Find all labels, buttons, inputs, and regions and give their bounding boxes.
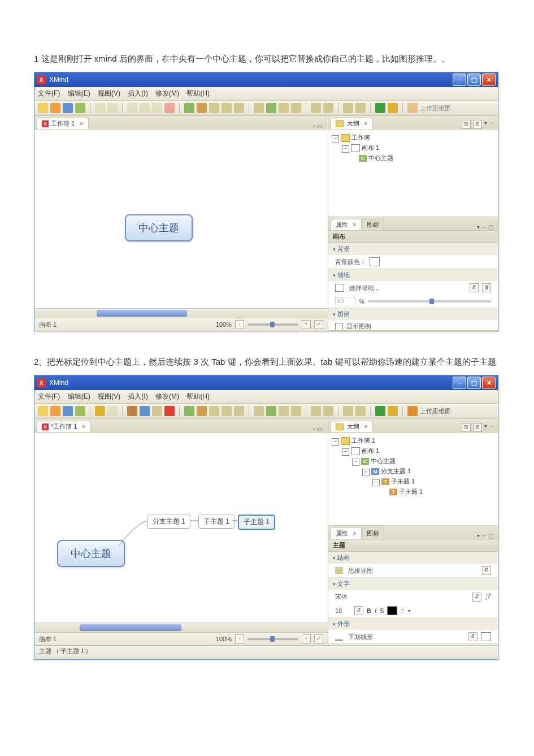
upload-label[interactable]: 上传思维图: [420, 407, 451, 416]
tree-workbook[interactable]: 工作簿: [351, 134, 370, 141]
collapse-all-button[interactable]: ⊟: [462, 423, 471, 432]
wallpaper-delete-button[interactable]: 🗑: [482, 283, 491, 292]
tree-sub2[interactable]: 子主题 1: [399, 488, 423, 495]
shape-value[interactable]: 下划线形: [348, 633, 465, 641]
upload-icon[interactable]: [407, 103, 418, 113]
undo-icon[interactable]: [95, 406, 105, 416]
menu-file[interactable]: 文件(F): [38, 392, 60, 400]
workbook-tab[interactable]: X 工作簿 1 ✕: [37, 118, 89, 129]
scrollbar-thumb[interactable]: [80, 624, 181, 631]
section-text[interactable]: 文字: [328, 578, 498, 590]
save-icon[interactable]: [63, 103, 73, 113]
titlebar[interactable]: X XMind ─ ▢ ✕: [34, 375, 498, 390]
outline-tab-close-icon[interactable]: ✕: [363, 424, 368, 430]
expand-all-button[interactable]: ⊞: [473, 120, 482, 129]
tree-branch[interactable]: 分支主题 1: [381, 468, 411, 474]
zoom-in-button[interactable]: +: [302, 320, 311, 329]
print-icon[interactable]: [75, 406, 85, 416]
panel-min-icon[interactable]: ─: [489, 423, 493, 432]
expand-all-button[interactable]: ⊞: [473, 423, 482, 432]
font-color-swatch[interactable]: [387, 606, 397, 615]
wallpaper-options-button[interactable]: ⇵: [470, 283, 479, 292]
tree-central[interactable]: 中心主题: [371, 457, 396, 464]
menu-edit[interactable]: 编辑(E): [68, 392, 90, 400]
outline-tab[interactable]: 大纲 ✕: [331, 421, 373, 432]
panel-min-icon[interactable]: ─: [482, 533, 486, 539]
bold-button[interactable]: B: [367, 607, 371, 614]
tree-toggle[interactable]: −: [372, 479, 380, 486]
tree-toggle[interactable]: −: [342, 448, 349, 456]
tree-sheet[interactable]: 画布 1: [362, 447, 379, 454]
outline-tab-close-icon[interactable]: ✕: [363, 120, 368, 127]
zoom-slider[interactable]: [248, 638, 298, 640]
paste-icon[interactable]: [152, 406, 162, 416]
tab-close-icon[interactable]: ✕: [79, 120, 84, 127]
nav-up-icon[interactable]: [388, 406, 398, 416]
section-wallpaper[interactable]: 墙纸: [328, 269, 498, 281]
italic-button[interactable]: I: [375, 607, 376, 614]
menu-view[interactable]: 视图(V): [98, 89, 120, 97]
mindmap-canvas[interactable]: 中心主题: [34, 129, 328, 308]
tab-max-icon[interactable]: ▭: [317, 426, 322, 432]
panel-max-icon[interactable]: ▢: [488, 224, 493, 230]
collapse-all-button[interactable]: ⊟: [462, 120, 471, 129]
select-wallpaper-button[interactable]: 选择墙纸...: [349, 284, 466, 292]
tree-toggle[interactable]: −: [342, 145, 349, 153]
topic-icon[interactable]: [184, 103, 194, 113]
opacity-slider-thumb[interactable]: [429, 299, 434, 304]
close-button[interactable]: ✕: [482, 377, 496, 389]
font-size[interactable]: 10: [335, 607, 351, 614]
menu-insert[interactable]: 插入(I): [128, 89, 147, 97]
copy-icon[interactable]: [140, 406, 150, 416]
tab-min-icon[interactable]: ▫: [312, 123, 315, 129]
sheet-label[interactable]: 画布 1: [39, 321, 57, 329]
menu-help[interactable]: 帮助(H): [186, 89, 210, 97]
font-size-options-button[interactable]: ⇵: [354, 606, 363, 615]
menu-insert[interactable]: 插入(I): [128, 392, 147, 400]
menu-modify[interactable]: 修改(M): [155, 89, 179, 97]
maximize-button[interactable]: ▢: [467, 377, 481, 389]
nav-down-icon[interactable]: [375, 103, 385, 113]
tree-toggle[interactable]: −: [352, 459, 359, 466]
attach-icon[interactable]: [254, 103, 264, 113]
new-icon[interactable]: [38, 406, 48, 416]
menu-file[interactable]: 文件(F): [38, 89, 60, 97]
mindmap-canvas[interactable]: 中心主题 分支主题 1 子主题 1 子主题 1: [34, 433, 328, 623]
markers-tab[interactable]: 图标: [362, 219, 384, 230]
tree-sub1[interactable]: 子主题 1: [391, 478, 415, 485]
filter-icon[interactable]: [343, 406, 353, 416]
structure-options-button[interactable]: ⇵: [482, 566, 491, 575]
menu-view[interactable]: 视图(V): [98, 392, 120, 400]
horizontal-scrollbar[interactable]: [34, 623, 328, 632]
float-topic-icon[interactable]: [209, 406, 219, 416]
props-tab-close-icon[interactable]: ✕: [352, 222, 357, 228]
sub-topic-2-selected[interactable]: 子主题 1: [238, 515, 275, 530]
close-button[interactable]: ✕: [482, 74, 496, 86]
font-options-button[interactable]: ⇵: [472, 593, 481, 602]
tab-close-icon[interactable]: ✕: [81, 424, 86, 430]
panel-menu-icon[interactable]: ▾: [484, 120, 487, 129]
upload-icon[interactable]: [407, 406, 418, 416]
menu-modify[interactable]: 修改(M): [155, 392, 179, 400]
save-icon[interactable]: [63, 406, 73, 416]
show-legend-checkbox[interactable]: [335, 323, 343, 331]
shape-color-swatch[interactable]: [481, 632, 491, 641]
tab-min-icon[interactable]: ▫: [312, 426, 315, 432]
delete-icon[interactable]: [164, 103, 175, 113]
panel-max-icon[interactable]: ▢: [488, 533, 493, 539]
tree-toggle[interactable]: −: [332, 135, 339, 142]
tree-central[interactable]: 中心主题: [368, 154, 393, 161]
minimize-button[interactable]: ─: [453, 377, 466, 389]
hyperlink-icon[interactable]: [291, 406, 301, 416]
search-icon[interactable]: [355, 103, 366, 113]
opacity-value[interactable]: 60: [335, 297, 355, 305]
section-legend[interactable]: 图例: [328, 308, 498, 320]
hyperlink-icon[interactable]: [291, 103, 301, 113]
zoom-in-button[interactable]: +: [302, 634, 311, 643]
notes-icon[interactable]: [279, 103, 289, 113]
cut-icon[interactable]: [127, 406, 137, 416]
tree-workbook[interactable]: 工作簿 1: [351, 437, 375, 444]
bg-color-swatch[interactable]: [370, 257, 380, 266]
relationship-icon[interactable]: [234, 103, 244, 113]
print-icon[interactable]: [75, 103, 85, 113]
